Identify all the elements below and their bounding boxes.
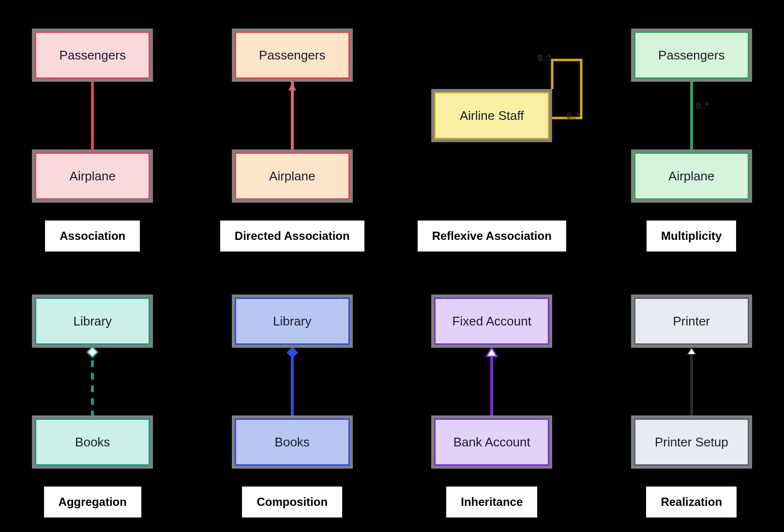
svg-marker-0 [87, 347, 98, 357]
connector-line: 0..* [690, 82, 693, 149]
box-bottom: Books [232, 415, 353, 469]
box-label: Library [273, 314, 311, 329]
cell-composition: Library Books Composition [214, 281, 371, 517]
box-top: Passengers [631, 29, 752, 82]
svg-marker-1 [286, 347, 298, 358]
hollow-triangle-icon [686, 347, 697, 355]
box-label: Books [75, 435, 110, 450]
cell-aggregation: Library Books Aggregation [15, 281, 171, 517]
relationship-grid: Passengers Airplane Association Passenge… [15, 15, 769, 517]
box-label: Passengers [658, 48, 724, 63]
svg-marker-3 [687, 348, 696, 355]
box-single: Airline Staff [431, 89, 552, 142]
diagram-association: Passengers Airplane [15, 15, 171, 217]
diagram-reflexive: Airline Staff 0..* 0..* [414, 15, 570, 217]
hollow-triangle-icon [485, 347, 498, 357]
cell-realization: Printer Printer Setup Realization [614, 281, 770, 517]
relationship-label: Inheritance [446, 487, 537, 517]
multiplicity-a: 0..* [538, 53, 551, 63]
box-label: Books [275, 435, 310, 450]
cell-inheritance: Fixed Account Bank Account Inheritance [414, 281, 570, 517]
diagram-realization: Printer Printer Setup [614, 281, 770, 483]
box-bottom: Bank Account [431, 415, 552, 469]
box-bottom: Airplane [232, 149, 353, 203]
diagram-aggregation: Library Books [15, 281, 171, 483]
box-top: Passengers [232, 29, 353, 82]
relationship-label: Reflexive Association [418, 221, 566, 251]
box-label: Airline Staff [460, 108, 524, 123]
svg-marker-2 [486, 348, 497, 356]
box-top: Fixed Account [431, 295, 552, 348]
filled-diamond-icon [286, 346, 299, 359]
box-bottom: Airplane [32, 149, 153, 203]
box-label: Airplane [668, 169, 714, 184]
box-bottom: Airplane [631, 149, 752, 203]
box-label: Passengers [259, 48, 325, 63]
connector-line [490, 348, 493, 415]
diagram-multiplicity: Passengers 0..* Airplane [614, 15, 770, 217]
box-top: Library [32, 295, 153, 348]
box-label: Bank Account [453, 435, 530, 450]
connector-line [291, 348, 294, 415]
box-label: Printer [673, 314, 710, 329]
relationship-label: Directed Association [220, 221, 364, 251]
box-label: Fixed Account [452, 314, 531, 329]
connector-line [291, 82, 294, 149]
relationship-label: Composition [242, 487, 342, 517]
box-top: Printer [631, 295, 752, 348]
connector-line [690, 348, 693, 415]
cell-directed-association: Passengers Airplane Directed Association [214, 15, 371, 251]
diagram-directed: Passengers Airplane [214, 15, 371, 217]
multiplicity-b: 0..* [567, 111, 580, 121]
cell-multiplicity: Passengers 0..* Airplane Multiplicity [614, 15, 770, 251]
connector-line [91, 82, 94, 149]
relationship-label: Association [45, 221, 140, 251]
relationship-label: Aggregation [44, 487, 141, 517]
box-label: Printer Setup [655, 435, 728, 450]
cell-association: Passengers Airplane Association [15, 15, 171, 251]
cell-reflexive: Airline Staff 0..* 0..* Reflexive Associ… [414, 15, 570, 251]
box-label: Library [74, 314, 112, 329]
box-label: Airplane [269, 169, 315, 184]
box-bottom: Printer Setup [631, 415, 752, 469]
diagram-inheritance: Fixed Account Bank Account [414, 281, 570, 483]
box-bottom: Books [32, 415, 153, 469]
relationship-label: Realization [646, 487, 737, 517]
box-top: Library [232, 295, 353, 348]
box-label: Airplane [70, 169, 116, 184]
arrowhead-up-icon [288, 83, 296, 90]
box-label: Passengers [60, 48, 126, 63]
relationship-label: Multiplicity [647, 221, 736, 251]
box-top: Passengers [32, 29, 153, 82]
diagram-composition: Library Books [214, 281, 371, 483]
connector-dashed [91, 348, 94, 415]
multiplicity-mid: 0..* [696, 101, 709, 111]
